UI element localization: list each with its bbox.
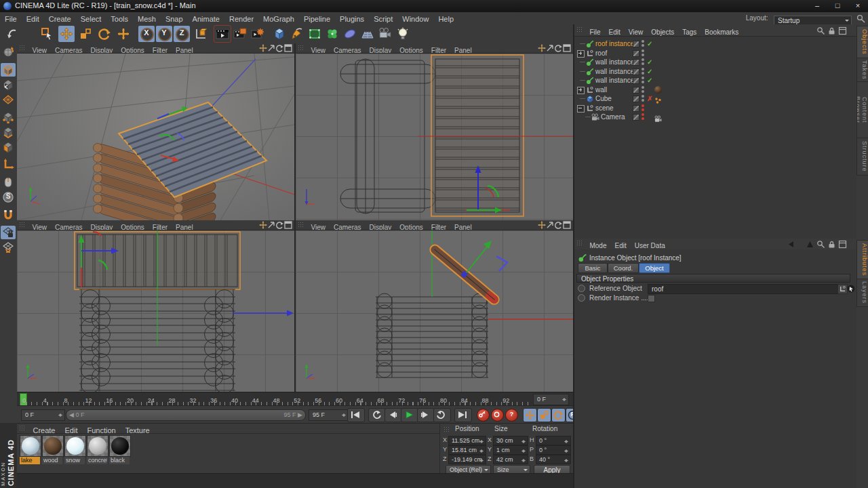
viewport-menu-item[interactable]: Cameras [330, 46, 366, 54]
panel-grip-icon[interactable] [19, 45, 24, 52]
rotation-b-field[interactable]: 40 ° [536, 455, 571, 464]
last-used-tool-button[interactable] [115, 26, 132, 42]
menu-item[interactable]: Tools [106, 13, 133, 25]
disabled-cross-icon[interactable]: ✗ [647, 94, 652, 103]
viewport-menu-item[interactable]: View [28, 46, 51, 54]
timeline-ruler[interactable]: 0481216202428323640444852566064687276808… [17, 392, 573, 406]
material-label[interactable]: concrete [87, 457, 107, 464]
expand-icon[interactable] [577, 50, 585, 58]
stepper-icon[interactable] [479, 458, 484, 464]
key-scale-toggle[interactable] [537, 408, 551, 422]
render-settings-button[interactable] [250, 26, 266, 42]
layer-chip[interactable] [633, 50, 639, 57]
edges-mode-button[interactable] [1, 125, 16, 139]
material-thumbnail[interactable] [109, 435, 131, 457]
stepper-icon[interactable] [521, 439, 526, 445]
toggle-view-icon[interactable] [563, 44, 571, 52]
menu-item[interactable]: Animate [188, 13, 224, 25]
axis-lock-z-button[interactable]: Z [174, 26, 190, 42]
menu-item[interactable]: Plugins [335, 13, 369, 25]
material-wood[interactable]: wood [42, 435, 62, 467]
keyframe-selection-button[interactable]: ? [505, 409, 518, 422]
pick-object-icon[interactable] [847, 285, 855, 293]
viewport-menu-item[interactable]: Cameras [51, 223, 87, 230]
rotate-view-icon[interactable] [554, 221, 562, 229]
menu-item[interactable]: Create [44, 13, 76, 25]
axis-gizmo[interactable] [467, 241, 507, 272]
rotate-view-icon[interactable] [275, 221, 283, 229]
enabled-check-icon[interactable]: ✓ [647, 76, 652, 85]
search-icon[interactable] [816, 26, 825, 35]
viewport-menu-item[interactable]: Panel [172, 223, 197, 230]
material-label[interactable]: wood [42, 457, 62, 464]
stepper-icon[interactable] [564, 439, 569, 445]
stepper-icon[interactable] [562, 396, 567, 403]
menu-item[interactable]: Script [369, 13, 397, 25]
stepper-icon[interactable] [564, 448, 569, 454]
search-icon[interactable] [816, 240, 825, 249]
position-y-field[interactable]: 15.81 cm [448, 445, 486, 455]
position-z-field[interactable]: -19.149 cm [448, 455, 486, 464]
layer-chip[interactable] [633, 68, 639, 75]
layer-chip[interactable] [633, 41, 639, 47]
goto-start-button[interactable] [347, 408, 365, 422]
stepper-icon[interactable] [521, 448, 526, 454]
menu-item[interactable]: Snap [161, 13, 188, 25]
tab-takes[interactable]: Takes [856, 58, 868, 82]
enabled-check-icon[interactable]: ✓ [647, 58, 652, 66]
object-row-wall-instance-2[interactable]: wall instance.2 ✓ [576, 58, 850, 66]
tab-attributes[interactable]: Attributes [856, 240, 868, 279]
position-x-field[interactable]: 11.525 cm [448, 436, 486, 445]
viewport-menu-item[interactable]: Panel [450, 223, 476, 230]
expand-icon[interactable] [577, 87, 585, 94]
toggle-view-icon[interactable] [563, 221, 571, 229]
panel-options-icon[interactable] [838, 26, 847, 35]
stepper-icon[interactable] [479, 448, 484, 454]
history-back-icon[interactable] [787, 240, 795, 249]
light-tool-button[interactable] [395, 26, 411, 42]
menu-item[interactable]: Mesh [133, 13, 161, 25]
layer-chip[interactable] [633, 77, 639, 84]
viewport-menu-item[interactable]: Cameras [330, 223, 366, 230]
floor-environment-button[interactable] [359, 26, 376, 42]
parent-up-icon[interactable] [806, 240, 814, 249]
visibility-dots[interactable] [642, 40, 644, 47]
menu-item[interactable]: Render [224, 13, 258, 25]
panel-grip-icon[interactable] [19, 425, 24, 432]
material-thumbnail[interactable] [87, 435, 108, 457]
zoom-view-icon[interactable] [267, 44, 275, 52]
preview-range-slider[interactable]: ◀ 0 F 95 F ▶ [66, 409, 306, 421]
material-lake[interactable]: lake [20, 435, 40, 467]
panel-grip-icon[interactable] [298, 222, 303, 228]
render-view-button[interactable] [214, 26, 231, 42]
viewport-menu-item[interactable]: Display [87, 223, 117, 230]
layer-chip[interactable] [633, 114, 639, 121]
tab-objects[interactable]: Objects [856, 26, 868, 58]
tab-object[interactable]: Object [639, 263, 670, 273]
object-properties-section[interactable]: Object Properties [576, 274, 850, 283]
menu-item[interactable]: Pipeline [299, 13, 335, 25]
layer-chip[interactable] [633, 59, 639, 66]
layer-chip[interactable] [633, 105, 639, 112]
viewport-menu-item[interactable]: Panel [450, 46, 476, 54]
tab-basic[interactable]: Basic [578, 263, 608, 273]
rotate-view-icon[interactable] [275, 44, 283, 52]
deformer-button[interactable] [342, 26, 358, 42]
viewport-menu-item[interactable]: Options [117, 46, 148, 54]
next-frame-button[interactable] [417, 408, 435, 422]
tab-structure[interactable]: Structure [856, 138, 868, 176]
camera-tool-button[interactable] [377, 26, 393, 42]
object-row-wall-instance[interactable]: wall instance ✓ [576, 76, 850, 85]
material-label[interactable]: black [109, 457, 130, 464]
make-editable-button[interactable] [1, 45, 16, 59]
viewport-menu-item[interactable]: Display [366, 223, 396, 230]
viewport-menu-item[interactable]: Panel [172, 46, 197, 54]
rotate-tool-button[interactable] [96, 26, 113, 42]
phong-tag-icon[interactable] [654, 95, 662, 102]
tab-coord[interactable]: Coord. [608, 263, 639, 273]
collapse-icon[interactable] [577, 105, 585, 113]
visibility-dots-off[interactable] [642, 113, 644, 121]
tab-layers[interactable]: Layers [856, 279, 868, 307]
toggle-view-icon[interactable] [284, 221, 292, 229]
material-thumbnail[interactable] [20, 435, 41, 457]
